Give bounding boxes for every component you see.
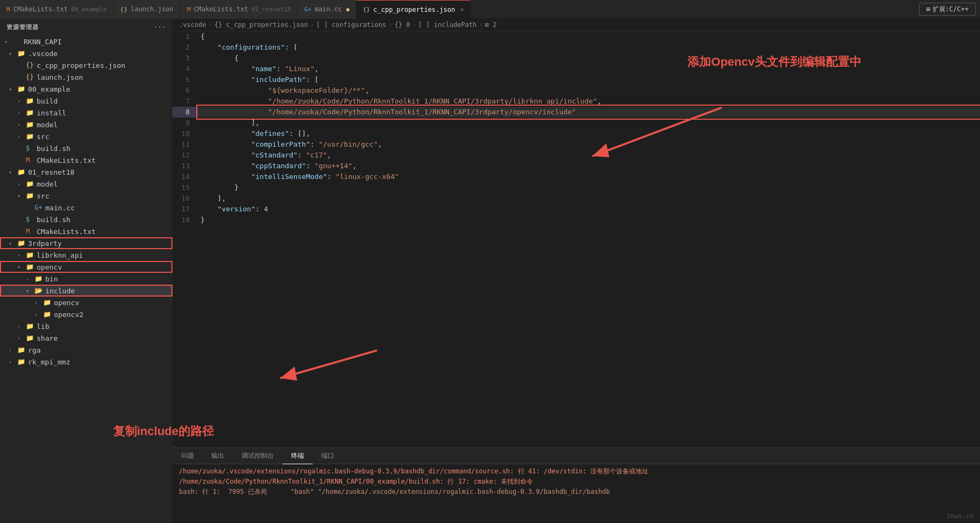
folder-icon: 📁 xyxy=(26,97,34,105)
sidebar-item-rk-mpi[interactable]: › 📁 rk_mpi_mmz xyxy=(0,356,172,368)
more-icon[interactable]: ··· xyxy=(154,24,166,31)
folder-icon: 📁 xyxy=(26,180,34,188)
line-code-18: } xyxy=(198,215,980,225)
model1-label: model xyxy=(37,121,172,129)
sidebar-item-00example[interactable]: ▾ 📁 00_example xyxy=(0,83,172,95)
sidebar-item-share[interactable]: › 📁 share xyxy=(0,332,172,344)
sidebar-item-maincc[interactable]: G+ main.cc xyxy=(0,202,172,214)
tab-launch[interactable]: {} launch.json xyxy=(114,0,181,19)
sidebar-item-lib[interactable]: › 📁 lib xyxy=(0,320,172,332)
line-num-9: 9 xyxy=(172,118,198,128)
tab-close-button[interactable]: ✕ xyxy=(460,6,464,12)
breadcrumb-part-5: [ ] includePath xyxy=(418,21,477,29)
sidebar-item-build1[interactable]: › 📁 build xyxy=(0,95,172,107)
chevron-down-icon: ▾ xyxy=(17,193,26,199)
chevron-right-icon: › xyxy=(17,122,26,128)
line-num-6: 6 xyxy=(172,85,198,96)
sidebar-item-buildsh1[interactable]: $ build.sh xyxy=(0,142,172,154)
line-num-2: 2 xyxy=(172,42,198,53)
panel-tab-terminal[interactable]: 终端 xyxy=(282,448,313,464)
folder-icon: 📁 xyxy=(43,311,52,318)
cpp-icon: G+ xyxy=(304,6,311,13)
sidebar-item-buildsh2[interactable]: $ build.sh xyxy=(0,214,172,225)
sidebar-item-install[interactable]: › 📁 install xyxy=(0,107,172,119)
line-code-12: "cStandard": "c17", xyxy=(198,150,980,161)
sidebar-tree: ▾ RKNN_CAPI ▾ 📁 .vscode {} c_cpp_propert… xyxy=(0,36,172,523)
line-code-9: ], xyxy=(198,118,980,128)
debug-label: 调试控制台 xyxy=(241,451,274,460)
sidebar-item-vscode[interactable]: ▾ 📁 .vscode xyxy=(0,47,172,59)
sidebar-item-src1[interactable]: › 📁 src xyxy=(0,130,172,142)
extensions-button[interactable]: ⊞ 扩展:C/C++ xyxy=(919,3,976,16)
code-line-8: 8 "/home/zuoka/Code/Python/RknnToolkit_1… xyxy=(172,107,980,118)
shell-icon: $ xyxy=(26,144,34,152)
buildsh2-label: build.sh xyxy=(37,216,172,224)
sidebar-item-model2[interactable]: › 📁 model xyxy=(0,178,172,190)
chevron-right-icon: › xyxy=(17,98,26,104)
opencv2-sub-label: opencv2 xyxy=(54,311,172,319)
line-num-10: 10 xyxy=(172,128,198,139)
terminal-content[interactable]: /home/zuoka/.vscode/extensions/rogalmic.… xyxy=(172,464,980,523)
folder-icon: 📁 xyxy=(26,109,34,116)
sidebar-root[interactable]: ▾ RKNN_CAPI xyxy=(0,36,172,47)
sidebar-item-model1[interactable]: › 📁 model xyxy=(0,119,172,130)
tab-subtitle-01: 01_resnet18 xyxy=(252,6,291,13)
extensions-icon: ⊞ xyxy=(926,5,930,13)
panel-tab-issues[interactable]: 问题 xyxy=(172,448,203,464)
tab-label: CMakeLists.txt xyxy=(194,5,248,13)
chevron-down-icon: ▾ xyxy=(9,240,17,246)
sidebar-item-bin[interactable]: › 📁 bin xyxy=(0,273,172,285)
watermark: znwx.cn xyxy=(946,512,974,520)
sidebar-item-cmake2[interactable]: M CMakeLists.txt xyxy=(0,225,172,237)
launch-label: launch.json xyxy=(37,73,172,81)
sidebar-item-cmake1[interactable]: M CMakeLists.txt xyxy=(0,154,172,166)
c-cpp-label: c_cpp_properties.json xyxy=(37,61,172,70)
chevron-down-icon: ▾ xyxy=(4,39,13,45)
sidebar-item-opencv2-sub[interactable]: › 📁 opencv2 xyxy=(0,308,172,320)
line-code-13: "cppStandard": "gnu++14", xyxy=(198,161,980,171)
code-line-15: 15 } xyxy=(172,182,980,193)
sidebar-header-icons[interactable]: ··· xyxy=(154,24,166,31)
tab-bar: M CMakeLists.txt 00_example {} launch.js… xyxy=(0,0,980,19)
folder-icon: 📁 xyxy=(43,299,52,306)
line-num-7: 7 xyxy=(172,96,198,107)
chevron-right-icon: › xyxy=(9,359,17,365)
sidebar-item-rga[interactable]: › 📁 rga xyxy=(0,344,172,356)
line-code-4: "name": "Linux", xyxy=(198,64,980,74)
tab-c-cpp-props[interactable]: {} c_cpp_properties.json ✕ xyxy=(356,0,471,19)
code-line-4: 4 "name": "Linux", xyxy=(172,64,980,74)
line-num-4: 4 xyxy=(172,64,198,74)
line-num-17: 17 xyxy=(172,204,198,215)
src1-label: src xyxy=(37,133,172,141)
line-code-7: "/home/zuoka/Code/Python/RknnToolkit_1/R… xyxy=(198,96,980,107)
tab-cmake-01[interactable]: M CMakeLists.txt 01_resnet18 xyxy=(181,0,298,19)
include-label: include xyxy=(45,287,172,295)
sidebar-item-launch[interactable]: {} launch.json xyxy=(0,71,172,83)
sidebar-item-librknn[interactable]: › 📁 librknn_api xyxy=(0,249,172,261)
folder-icon: 📁 xyxy=(26,121,34,128)
code-line-10: 10 "defines": [], xyxy=(172,128,980,139)
sidebar-item-c-cpp[interactable]: {} c_cpp_properties.json xyxy=(0,59,172,71)
sidebar-item-include[interactable]: ▾ 📂 include xyxy=(0,285,172,297)
breadcrumb-part-6: ⊞ 2 xyxy=(485,21,496,29)
tab-cmake-00[interactable]: M CMakeLists.txt 00_example xyxy=(0,0,114,19)
panel-tab-output[interactable]: 输出 xyxy=(203,448,233,464)
sidebar-item-01resnet[interactable]: ▾ 📁 01_resnet18 xyxy=(0,166,172,178)
folder-icon: 📁 xyxy=(26,133,34,140)
code-line-18: 18 } xyxy=(172,215,980,225)
sidebar-item-opencv-sub[interactable]: › 📁 opencv xyxy=(0,297,172,308)
breadcrumb-part-3: [ ] configurations xyxy=(316,21,386,29)
breadcrumb-part-2: {} c_cpp_properties.json xyxy=(215,21,308,29)
sidebar-item-3rdparty[interactable]: ▾ 📁 3rdparty xyxy=(0,237,172,249)
line-num-8: 8 xyxy=(172,107,198,118)
tab-main-cc[interactable]: G+ main.cc ● xyxy=(298,0,356,19)
panel-tab-ports[interactable]: 端口 xyxy=(313,448,343,464)
panel-tab-debug[interactable]: 调试控制台 xyxy=(233,448,282,464)
main-layout: 资源管理器 ··· ▾ RKNN_CAPI ▾ 📁 .vscode {} xyxy=(0,19,980,523)
dirty-indicator: ● xyxy=(346,6,349,12)
folder-icon: 📁 xyxy=(17,358,26,366)
editor-content[interactable]: 1 { 2 "configurations": [ 3 { 4 xyxy=(172,31,980,448)
sidebar-item-src2[interactable]: ▾ 📁 src xyxy=(0,190,172,202)
ports-label: 端口 xyxy=(321,451,334,460)
sidebar-item-opencv[interactable]: ▾ 📁 opencv xyxy=(0,261,172,273)
